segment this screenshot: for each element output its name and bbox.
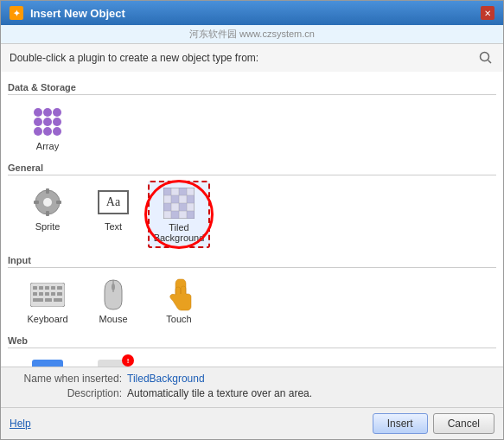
cancel-button[interactable]: Cancel — [433, 413, 494, 434]
array-icon — [30, 105, 65, 139]
item-text[interactable]: Aa Text — [82, 181, 144, 248]
svg-rect-4 — [46, 188, 49, 194]
text-label: Text — [105, 221, 122, 232]
svg-rect-28 — [57, 286, 62, 290]
sprite-icon — [30, 185, 65, 220]
desc-label: Description: — [10, 387, 122, 399]
tiled-background-icon — [162, 186, 196, 220]
svg-line-1 — [488, 61, 492, 64]
svg-rect-36 — [54, 298, 62, 302]
section-input: Input — [8, 255, 496, 268]
badge-icon: ! — [122, 354, 134, 367]
sprite-label: Sprite — [35, 221, 61, 232]
svg-rect-26 — [45, 286, 49, 290]
data-storage-items: Array — [8, 100, 496, 156]
dialog-footer: Help Insert Cancel — [1, 407, 503, 439]
title-bar-left: ✦ Insert New Object — [10, 6, 125, 20]
svg-rect-22 — [187, 211, 195, 219]
touch-label: Touch — [166, 314, 191, 324]
svg-rect-35 — [45, 298, 52, 302]
touch-icon — [162, 277, 196, 312]
svg-rect-24 — [33, 286, 37, 290]
close-button[interactable]: ✕ — [481, 6, 494, 20]
name-row: Name when inserted: TiledBackground — [10, 373, 494, 385]
item-touch[interactable]: Touch — [148, 273, 210, 328]
section-data-storage: Data & Storage — [8, 82, 496, 95]
svg-rect-5 — [46, 211, 49, 216]
scrollable-content[interactable]: Data & Storage Array Ge — [1, 72, 503, 367]
svg-rect-32 — [51, 292, 55, 296]
svg-rect-29 — [33, 292, 37, 296]
web2-icon: @ ! — [96, 358, 131, 367]
svg-rect-7 — [56, 201, 61, 204]
name-label: Name when inserted: — [10, 373, 122, 385]
tiled-background-label: TiledBackground — [154, 222, 205, 243]
svg-rect-15 — [163, 188, 171, 195]
svg-rect-34 — [33, 298, 43, 302]
text-icon: Aa — [96, 185, 131, 220]
svg-point-38 — [112, 284, 115, 290]
section-general: General — [8, 163, 496, 175]
title-bar-buttons: ✕ — [481, 6, 494, 20]
keyboard-label: Keyboard — [27, 314, 67, 324]
svg-rect-17 — [171, 195, 179, 203]
svg-rect-33 — [57, 292, 62, 296]
svg-rect-19 — [163, 203, 171, 211]
dialog-icon: ✦ — [10, 6, 23, 20]
desc-row: Description: Automatically tile a textur… — [10, 387, 494, 399]
item-web2[interactable]: @ ! — [82, 354, 144, 367]
svg-point-3 — [43, 198, 52, 207]
content-scroll-wrapper: Data & Storage Array Ge — [1, 72, 503, 367]
web-items: W @ ! — [8, 354, 496, 367]
mouse-icon — [96, 277, 131, 312]
item-keyboard[interactable]: Keyboard — [16, 273, 79, 328]
item-tiled-background[interactable]: TiledBackground — [148, 181, 210, 248]
item-array[interactable]: Array — [16, 100, 79, 156]
svg-rect-18 — [187, 195, 195, 203]
input-items: Keyboard Mouse — [8, 273, 496, 328]
item-web1[interactable]: W — [16, 354, 79, 367]
svg-rect-21 — [171, 211, 179, 219]
dialog-title: Insert New Object — [30, 7, 125, 20]
svg-rect-20 — [179, 203, 187, 211]
name-value: TiledBackground — [127, 373, 205, 385]
footer-buttons: Insert Cancel — [373, 413, 494, 434]
bottom-info: Name when inserted: TiledBackground Desc… — [1, 367, 503, 407]
keyboard-icon — [30, 277, 65, 312]
svg-rect-6 — [34, 201, 39, 204]
insert-new-object-dialog: ✦ Insert New Object ✕ 河东软件园 www.czsystem… — [0, 0, 504, 440]
title-bar: ✦ Insert New Object ✕ — [1, 1, 503, 25]
instruction-text: Double-click a plugin to create a new ob… — [10, 52, 258, 64]
general-items: Sprite Aa Text — [8, 181, 496, 248]
instruction-row: Double-click a plugin to create a new ob… — [1, 44, 503, 72]
svg-rect-30 — [39, 292, 43, 296]
svg-rect-31 — [45, 292, 49, 296]
svg-text:W: W — [39, 365, 57, 367]
item-mouse[interactable]: Mouse — [82, 273, 144, 328]
svg-rect-25 — [39, 286, 43, 290]
section-web: Web — [8, 335, 496, 348]
array-label: Array — [36, 141, 59, 151]
svg-rect-16 — [179, 188, 187, 195]
desc-value: Automatically tile a texture over an are… — [127, 387, 312, 399]
svg-rect-27 — [51, 286, 55, 290]
insert-button[interactable]: Insert — [373, 413, 428, 434]
item-sprite[interactable]: Sprite — [16, 181, 79, 248]
search-icon[interactable] — [477, 49, 494, 67]
web1-icon: W — [30, 358, 65, 367]
watermark: 河东软件园 www.czsystem.cn — [1, 25, 503, 44]
help-link[interactable]: Help — [10, 418, 31, 430]
svg-point-0 — [481, 53, 489, 61]
mouse-label: Mouse — [99, 314, 127, 324]
